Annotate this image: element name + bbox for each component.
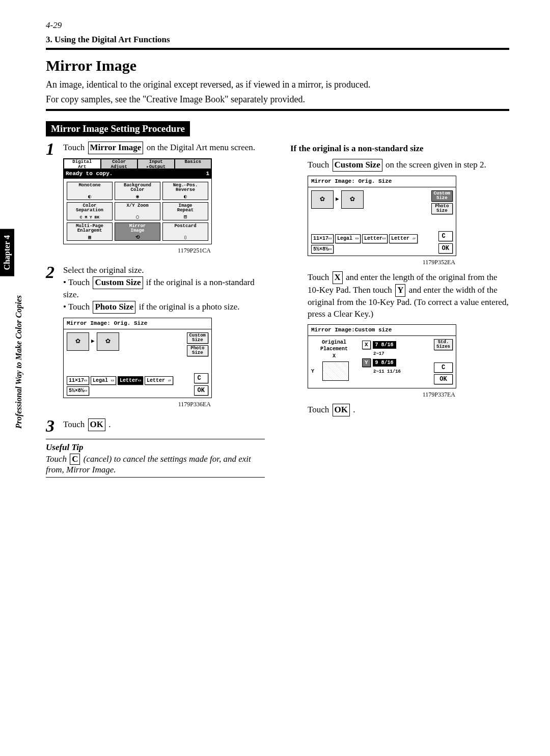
size-letter-portrait[interactable]: Letter ▱ bbox=[389, 234, 418, 243]
color-separation-button[interactable]: ColorSeparationC M Y BK bbox=[67, 202, 113, 220]
chapter-side-text: Professional Way to Make Color Copies bbox=[14, 295, 23, 429]
status-num: 1 bbox=[206, 170, 209, 178]
xy-zoom-button[interactable]: X/Y Zoom◯ bbox=[115, 202, 160, 220]
screen-title: Mirror Image: Orig. Size bbox=[64, 318, 211, 329]
divider bbox=[46, 477, 265, 478]
preview: ✿ ▶ ✿ bbox=[311, 190, 364, 209]
ok-button[interactable]: OK bbox=[438, 243, 453, 254]
ok-button[interactable]: OK bbox=[194, 385, 208, 396]
step-text: • Touch bbox=[63, 277, 92, 287]
breadcrumb: 3. Using the Digital Art Functions bbox=[46, 35, 509, 45]
x-button[interactable]: X bbox=[333, 271, 343, 284]
page-number: 4-29 bbox=[46, 20, 509, 31]
multipage-enlarge-button[interactable]: Multi-PageEnlargemt▦ bbox=[67, 222, 113, 241]
y-button[interactable]: Y bbox=[395, 284, 405, 297]
cancel-button[interactable]: C bbox=[434, 362, 453, 373]
size-invoice[interactable]: 5½×8½▭ bbox=[311, 245, 334, 254]
custom-size-button[interactable]: Custom Size bbox=[93, 276, 143, 289]
step-text: • Touch bbox=[63, 302, 92, 312]
photo-size-button[interactable]: PhotoSize bbox=[431, 203, 453, 214]
divider bbox=[46, 48, 509, 50]
subheading: If the original is a non-standard size bbox=[290, 144, 509, 154]
original-thumb: ✿ bbox=[311, 190, 334, 209]
step-2: 2 Select the original size. • Touch Cust… bbox=[46, 265, 265, 413]
screen-title: Mirror Image:Custom size bbox=[308, 325, 456, 336]
size-letter-landscape[interactable]: Letter▭ bbox=[362, 234, 388, 243]
intro-text: An image, identical to the original exce… bbox=[46, 79, 509, 90]
ok-button[interactable]: OK bbox=[88, 418, 105, 431]
figure-caption: 1179P337EA bbox=[308, 390, 455, 399]
image-repeat-button[interactable]: ImageRepeat⊞ bbox=[162, 202, 208, 220]
size-11x17[interactable]: 11×17▭ bbox=[67, 376, 89, 385]
original-thumb: ✿ bbox=[67, 332, 89, 351]
step-text: if the original is a photo size. bbox=[136, 302, 239, 312]
divider bbox=[46, 439, 265, 439]
custom-size-screen: Mirror Image:Custom size OriginalPlaceme… bbox=[308, 324, 456, 388]
mirror-thumb: ✿ bbox=[341, 190, 364, 209]
neg-pos-reverse-button[interactable]: Neg.↔Pos.Reverse◐ bbox=[162, 182, 208, 200]
left-column: 1 Touch Mirror Image on the Digital Art … bbox=[46, 142, 265, 480]
step-text: Select the original size. bbox=[63, 265, 144, 275]
cancel-button[interactable]: C bbox=[70, 454, 80, 465]
text: Touch bbox=[308, 272, 332, 282]
text: on the screen given in step 2. bbox=[383, 160, 486, 170]
divider bbox=[46, 109, 509, 111]
mirror-thumb: ✿ bbox=[97, 332, 119, 351]
photo-size-button[interactable]: Photo Size bbox=[93, 301, 135, 314]
monotone-button[interactable]: Monotone◐ bbox=[67, 182, 113, 200]
step-3: 3 Touch OK . bbox=[46, 418, 265, 434]
step-number: 1 bbox=[46, 142, 63, 260]
y-button[interactable]: Y bbox=[362, 358, 371, 367]
size-letter-portrait[interactable]: Letter ▱ bbox=[145, 376, 173, 385]
custom-size-button[interactable]: Custom Size bbox=[333, 159, 382, 172]
x-button[interactable]: X bbox=[362, 341, 371, 349]
intro-text: For copy samples, see the "Creative Imag… bbox=[46, 94, 509, 105]
digital-art-menu-screen: DigitalArt ColorAdjust Input▸Output Basi… bbox=[63, 158, 212, 244]
orig-size-screen-custom: Mirror Image: Orig. Size ✿ ▶ ✿ CustomSiz… bbox=[308, 176, 456, 256]
figure-caption: 1179P336EA bbox=[63, 400, 211, 408]
x-range: 2~17 bbox=[373, 351, 401, 357]
custom-size-button[interactable]: CustomSize bbox=[187, 332, 208, 344]
size-11x17[interactable]: 11×17▭ bbox=[311, 234, 334, 243]
chapter-tab: Chapter 4 bbox=[0, 229, 14, 276]
right-column: If the original is a non-standard size T… bbox=[290, 142, 509, 480]
cancel-button[interactable]: C bbox=[438, 231, 453, 241]
y-range: 2~11 11/16 bbox=[373, 369, 401, 375]
step-text: Touch bbox=[63, 143, 87, 152]
text: . bbox=[351, 405, 355, 414]
cancel-button[interactable]: C bbox=[194, 373, 208, 383]
postcard-button[interactable]: Postcard▯ bbox=[162, 222, 208, 241]
size-legal[interactable]: Legal ▭ bbox=[91, 376, 116, 385]
useful-tip-body: Touch C (cancel) to cancel the settings … bbox=[46, 454, 265, 475]
step-text: Touch bbox=[63, 419, 87, 429]
size-legal[interactable]: Legal ▭ bbox=[335, 234, 361, 243]
ok-button[interactable]: OK bbox=[434, 374, 453, 384]
step-text: on the Digital Art menu screen. bbox=[144, 143, 255, 152]
procedure-header: Mirror Image Setting Procedure bbox=[46, 121, 190, 136]
tab-basics[interactable]: Basics bbox=[175, 159, 212, 169]
useful-tip-title: Useful Tip bbox=[46, 442, 265, 453]
arrow-icon: ▶ bbox=[336, 195, 339, 203]
step-number: 3 bbox=[46, 418, 63, 434]
step-number: 2 bbox=[46, 265, 63, 413]
tab-color-adjust[interactable]: ColorAdjust bbox=[101, 159, 138, 169]
custom-size-button[interactable]: CustomSize bbox=[431, 190, 453, 202]
placement-diagram bbox=[322, 361, 349, 381]
figure-caption: 1179P251CA bbox=[63, 246, 211, 255]
placement-label: OriginalPlacement bbox=[311, 339, 357, 353]
text: Touch bbox=[308, 405, 332, 414]
screen-title: Mirror Image: Orig. Size bbox=[308, 176, 456, 187]
photo-size-button[interactable]: PhotoSize bbox=[187, 345, 208, 356]
tab-digital-art[interactable]: DigitalArt bbox=[64, 159, 101, 169]
std-sizes-button[interactable]: Std.Sizes bbox=[434, 339, 453, 350]
page-title: Mirror Image bbox=[46, 57, 509, 74]
mirror-image-button[interactable]: Mirror Image bbox=[88, 142, 144, 154]
y-value: 9 8/16 bbox=[373, 359, 396, 367]
background-color-button[interactable]: BackgroundColor◉ bbox=[115, 182, 160, 200]
text: Touch bbox=[308, 160, 332, 170]
size-letter-landscape[interactable]: Letter▭ bbox=[118, 376, 143, 385]
tab-input-output[interactable]: Input▸Output bbox=[138, 159, 175, 169]
ok-button[interactable]: OK bbox=[333, 404, 350, 416]
mirror-image-button[interactable]: MirrorImage⟲ bbox=[115, 222, 160, 241]
size-invoice[interactable]: 5½×8½▭ bbox=[67, 386, 89, 396]
